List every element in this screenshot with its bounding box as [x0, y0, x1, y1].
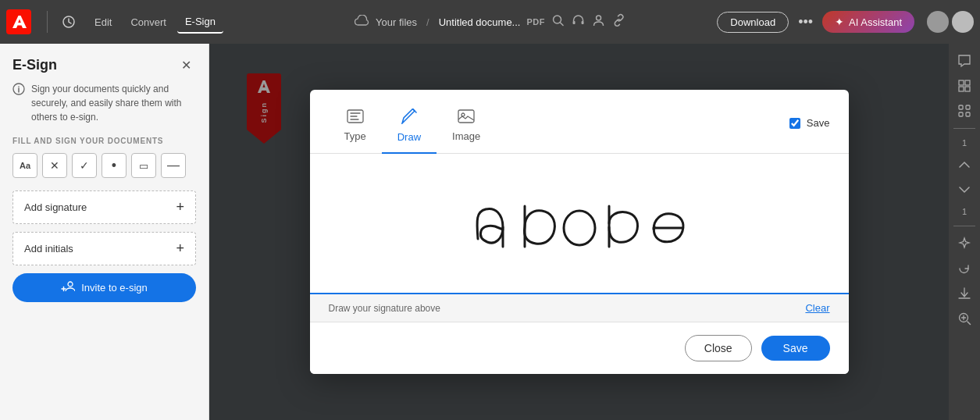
- signature-canvas[interactable]: [310, 154, 849, 294]
- download-button[interactable]: Download: [717, 12, 789, 33]
- ai-icon: ✦: [835, 16, 844, 28]
- page-num-top: 1: [962, 138, 967, 148]
- add-signature-row[interactable]: Add signature +: [12, 190, 196, 224]
- pdf-badge: PDF: [526, 17, 545, 27]
- section-label: FILL AND SIGN YOUR DOCUMENTS: [12, 137, 196, 145]
- signature-drawing: [454, 176, 704, 270]
- svg-rect-12: [965, 80, 970, 85]
- grid-sidebar-icon[interactable]: [953, 75, 975, 97]
- svg-point-6: [18, 86, 20, 87]
- svg-rect-17: [959, 112, 963, 116]
- svg-rect-13: [959, 87, 964, 91]
- document-title[interactable]: Untitled docume...: [439, 16, 521, 28]
- save-checkbox[interactable]: [789, 118, 800, 129]
- rotate-sidebar-icon[interactable]: [953, 258, 975, 279]
- add-initials-label: Add initials: [24, 243, 73, 254]
- box-tool-button[interactable]: ▭: [131, 153, 156, 178]
- svg-point-10: [564, 211, 595, 245]
- panel-description: Sign your documents quickly and securely…: [12, 82, 196, 124]
- save-area: Save: [789, 117, 830, 138]
- comment-sidebar-icon[interactable]: [953, 50, 975, 72]
- clear-button[interactable]: Clear: [805, 302, 829, 314]
- magic-sidebar-icon[interactable]: [953, 233, 975, 254]
- scroll-up-icon[interactable]: [953, 154, 975, 176]
- dot-tool-button[interactable]: •: [102, 153, 127, 178]
- cloud-icon: [354, 15, 369, 29]
- tools-row: Aa ✕ ✓ • ▭ —: [12, 153, 196, 178]
- add-signature-icon: +: [176, 199, 184, 215]
- toolbar-right: Download ••• ✦ AI Assistant: [717, 11, 974, 34]
- pdf-area: Sign Type: [209, 44, 949, 420]
- add-signature-label: Add signature: [24, 201, 87, 213]
- info-icon: [12, 83, 25, 100]
- sidebar-sep-1: [953, 128, 975, 129]
- svg-rect-3: [582, 21, 584, 24]
- svg-rect-15: [959, 105, 963, 109]
- svg-rect-18: [966, 112, 970, 116]
- svg-point-4: [597, 16, 601, 20]
- headphones-icon[interactable]: [572, 13, 586, 30]
- zoom-sidebar-icon-btn[interactable]: [953, 308, 975, 329]
- avatar-group: [927, 11, 974, 33]
- avatar-2: [952, 11, 974, 33]
- tab-draw[interactable]: Draw: [382, 102, 437, 154]
- apps-sidebar-icon[interactable]: [953, 100, 975, 122]
- toolbar-center: Your files / Untitled docume... PDF: [354, 13, 626, 30]
- sidebar-sep-2: [953, 226, 975, 226]
- image-tab-icon: [458, 109, 475, 127]
- page-num-bottom: 1: [962, 207, 967, 216]
- svg-rect-8: [458, 110, 474, 123]
- nav-edit[interactable]: Edit: [87, 12, 119, 33]
- right-sidebar: 1 1: [949, 44, 980, 420]
- svg-rect-16: [966, 105, 970, 109]
- modal-overlay: Type Draw: [209, 44, 949, 420]
- check-tool-button[interactable]: ✓: [72, 153, 97, 178]
- svg-rect-2: [573, 21, 576, 24]
- left-panel: E-Sign ✕ Sign your documents quickly and…: [0, 44, 209, 420]
- close-modal-button[interactable]: Close: [685, 335, 752, 361]
- add-initials-icon: +: [176, 240, 184, 257]
- signature-modal: Type Draw: [310, 90, 849, 374]
- your-files-label[interactable]: Your files: [376, 16, 417, 28]
- save-modal-button[interactable]: Save: [761, 336, 830, 361]
- save-label: Save: [807, 117, 830, 129]
- nav-esign[interactable]: E-Sign: [177, 11, 223, 34]
- close-panel-button[interactable]: ✕: [176, 56, 196, 74]
- panel-title: E-Sign: [12, 57, 57, 73]
- type-tab-icon: [347, 109, 364, 127]
- line-tool-button[interactable]: —: [161, 153, 186, 178]
- breadcrumb-sep: /: [426, 16, 429, 28]
- modal-tabs: Type Draw: [310, 90, 849, 154]
- download-sidebar-icon-btn[interactable]: [953, 283, 975, 304]
- cross-tool-button[interactable]: ✕: [42, 153, 67, 178]
- tab-image[interactable]: Image: [437, 103, 496, 153]
- svg-rect-0: [6, 9, 31, 34]
- more-button[interactable]: •••: [795, 11, 816, 34]
- invite-esign-button[interactable]: Invite to e-sign: [12, 273, 196, 302]
- svg-rect-14: [965, 87, 970, 91]
- svg-point-9: [461, 113, 465, 116]
- modal-actions: Close Save: [310, 322, 849, 374]
- toolbar-nav: Edit Convert E-Sign: [54, 10, 223, 34]
- adobe-logo-icon[interactable]: [6, 9, 31, 34]
- toolbar-icon-history[interactable]: [54, 10, 84, 34]
- text-tool-button[interactable]: Aa: [12, 153, 37, 178]
- person-icon[interactable]: [592, 13, 606, 30]
- add-initials-row[interactable]: Add initials +: [12, 232, 196, 265]
- panel-header: E-Sign ✕: [12, 56, 196, 74]
- ai-assistant-button[interactable]: ✦ AI Assistant: [822, 11, 914, 33]
- top-toolbar: Edit Convert E-Sign Your files / Untitle…: [0, 0, 980, 44]
- link-icon[interactable]: [612, 13, 626, 30]
- draw-tab-icon: [401, 109, 417, 128]
- canvas-footer: Draw your signature above Clear: [310, 294, 849, 322]
- scroll-down-icon[interactable]: [953, 179, 975, 201]
- invite-icon: [61, 281, 75, 294]
- avatar-1: [927, 11, 949, 33]
- main-area: E-Sign ✕ Sign your documents quickly and…: [0, 44, 980, 420]
- toolbar-divider: [47, 11, 48, 33]
- search-icon[interactable]: [551, 13, 565, 30]
- tab-type[interactable]: Type: [329, 103, 382, 153]
- svg-rect-11: [959, 80, 964, 85]
- draw-hint: Draw your signature above: [329, 303, 440, 314]
- nav-convert[interactable]: Convert: [123, 12, 174, 33]
